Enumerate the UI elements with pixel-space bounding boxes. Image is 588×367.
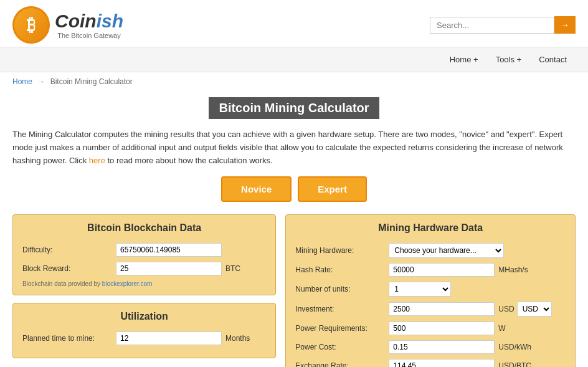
exchange-rate-label: Exchange Rate: xyxy=(295,361,389,367)
breadcrumb-current: Bitcoin Mining Calculator xyxy=(50,77,133,86)
power-cost-unit: USD/kWh xyxy=(498,343,531,351)
difficulty-row: Difficulty: xyxy=(22,243,266,257)
investment-row: Investment: USD USD EUR BTC xyxy=(295,302,566,317)
exchange-rate-input[interactable] xyxy=(389,359,495,367)
nav-home[interactable]: Home + xyxy=(441,47,487,72)
blockchain-panel: Bitcoin Blockchain Data Difficulty: Bloc… xyxy=(12,214,276,295)
hash-rate-unit: MHash/s xyxy=(498,265,528,274)
search-area: → xyxy=(430,16,576,34)
mining-hardware-label: Mining Hardware: xyxy=(295,246,389,255)
logo-subtitle: The Bitcoin Gateway xyxy=(55,32,123,39)
utilization-panel-title: Utilization xyxy=(22,311,266,325)
investment-unit: USD xyxy=(498,305,514,313)
power-req-row: Power Requirements: W xyxy=(295,322,566,335)
utilization-panel: Utilization Planned time to mine: Months xyxy=(12,303,276,358)
hardware-panel: Mining Hardware Data Mining Hardware: Ch… xyxy=(285,214,576,367)
investment-input[interactable] xyxy=(389,302,495,316)
planned-time-unit: Months xyxy=(225,334,250,343)
planned-time-input[interactable] xyxy=(116,331,222,345)
header: ₿ Coinish The Bitcoin Gateway → xyxy=(0,0,588,47)
page-title-wrap: Bitcoin Mining Calculator xyxy=(12,97,576,119)
panels-row: Bitcoin Blockchain Data Difficulty: Bloc… xyxy=(12,214,576,367)
block-reward-row: Block Reward: BTC xyxy=(22,262,266,275)
block-reward-input[interactable] xyxy=(116,262,222,275)
power-cost-row: Power Cost: USD/kWh xyxy=(295,340,566,354)
hash-rate-input[interactable] xyxy=(389,263,495,277)
nav-tools[interactable]: Tools + xyxy=(487,47,531,72)
main-content: Bitcoin Mining Calculator The Mining Cal… xyxy=(0,91,588,367)
investment-label: Investment: xyxy=(295,305,389,313)
logo-area: ₿ Coinish The Bitcoin Gateway xyxy=(12,6,123,44)
investment-currency-select[interactable]: USD EUR BTC xyxy=(517,302,552,317)
page-title: Bitcoin Mining Calculator xyxy=(209,97,379,119)
search-button[interactable]: → xyxy=(554,16,576,34)
exchange-rate-row: Exchange Rate: USD/BTC xyxy=(295,359,566,367)
difficulty-input[interactable] xyxy=(116,243,222,257)
power-req-input[interactable] xyxy=(389,322,495,335)
num-units-select[interactable]: 1 2 3 4 5 xyxy=(389,282,451,297)
breadcrumb-home[interactable]: Home xyxy=(12,77,32,86)
novice-button[interactable]: Novice xyxy=(221,176,292,202)
block-reward-label: Block Reward: xyxy=(22,264,116,273)
exchange-rate-unit: USD/BTC xyxy=(498,361,531,367)
logo-name-ish: ish xyxy=(97,11,123,31)
breadcrumb-arrow: → xyxy=(37,77,45,86)
num-units-row: Number of units: 1 2 3 4 5 xyxy=(295,282,566,297)
planned-time-row: Planned time to mine: Months xyxy=(22,331,266,345)
logo-name-coin: Coin xyxy=(55,11,97,31)
description-link[interactable]: here xyxy=(89,156,105,165)
block-reward-unit: BTC xyxy=(225,264,240,273)
power-req-unit: W xyxy=(498,324,505,333)
nav-contact[interactable]: Contact xyxy=(530,47,576,72)
logo-name: Coinish xyxy=(55,11,123,32)
planned-time-label: Planned time to mine: xyxy=(22,334,116,343)
logo-text: Coinish The Bitcoin Gateway xyxy=(55,11,123,39)
blockchain-panel-title: Bitcoin Blockchain Data xyxy=(22,222,266,237)
hardware-panel-title: Mining Hardware Data xyxy=(295,222,566,237)
blockchain-note: Blockchain data provided by blockexplore… xyxy=(22,280,266,287)
num-units-label: Number of units: xyxy=(295,285,389,293)
search-input[interactable] xyxy=(430,17,554,34)
mining-hardware-select[interactable]: Choose your hardware... xyxy=(389,243,504,258)
hash-rate-row: Hash Rate: MHash/s xyxy=(295,263,566,277)
description-text-2: to read more about how the calculation w… xyxy=(105,156,273,165)
left-panel: Bitcoin Blockchain Data Difficulty: Bloc… xyxy=(12,214,276,367)
logo-icon: ₿ xyxy=(12,6,50,44)
hash-rate-label: Hash Rate: xyxy=(295,265,389,274)
difficulty-label: Difficulty: xyxy=(22,245,116,254)
mining-hardware-row: Mining Hardware: Choose your hardware... xyxy=(295,243,566,258)
mode-buttons: Novice Expert xyxy=(12,176,576,202)
breadcrumb: Home → Bitcoin Mining Calculator xyxy=(0,72,588,91)
blockchain-link[interactable]: blockexplorer.com xyxy=(102,280,153,287)
main-nav: Home + Tools + Contact xyxy=(0,47,588,72)
expert-button[interactable]: Expert xyxy=(298,176,367,202)
power-cost-input[interactable] xyxy=(389,340,495,354)
power-req-label: Power Requirements: xyxy=(295,324,389,333)
right-panel: Mining Hardware Data Mining Hardware: Ch… xyxy=(285,214,576,367)
page-description: The Mining Calculator computes the minin… xyxy=(12,128,576,167)
power-cost-label: Power Cost: xyxy=(295,343,389,351)
